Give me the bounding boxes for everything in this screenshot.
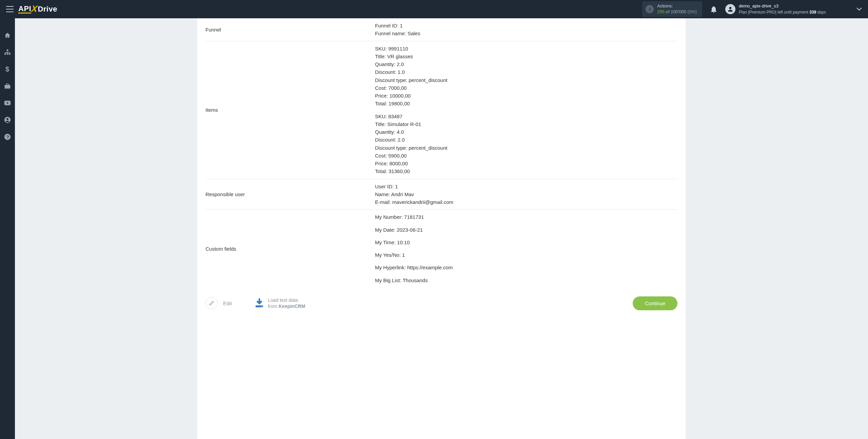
- svg-rect-3: [7, 53, 8, 55]
- info-icon: i: [646, 5, 654, 13]
- field-value: User ID: 1Name: Andri MavE-mail: maveric…: [375, 183, 677, 206]
- edit-button[interactable]: [205, 297, 218, 309]
- svg-rect-14: [262, 307, 263, 307]
- continue-button[interactable]: Continue: [633, 296, 677, 310]
- brand-part2: Drive: [38, 5, 57, 14]
- field-label: Custom fields: [205, 246, 368, 252]
- field-value: My Number: 7181731 My Date: 2023-06-21 M…: [375, 213, 677, 284]
- svg-rect-13: [261, 307, 262, 307]
- download-icon: [254, 298, 264, 308]
- youtube-icon[interactable]: [4, 100, 11, 106]
- row-items: Items SKU: 9991110Title: VR glassesQuant…: [205, 41, 677, 179]
- load-test-data[interactable]: Load test data from KeepinCRM: [254, 297, 305, 309]
- card-footer: Edit Load test data from KeepinCRM Conti…: [205, 288, 677, 310]
- row-funnel: Funnel Funnel ID: 1 Funnel name: Sales: [205, 18, 677, 41]
- briefcase-icon[interactable]: [4, 83, 11, 89]
- svg-text:?: ?: [6, 134, 9, 140]
- sidebar: $ ?: [0, 18, 15, 439]
- field-label: Funnel: [205, 27, 368, 33]
- home-icon[interactable]: [4, 32, 11, 39]
- svg-point-0: [729, 7, 732, 9]
- topbar: APIXDrive i Actions: 255 of 100'000 (0%)…: [0, 0, 868, 18]
- notifications-icon[interactable]: [710, 5, 717, 13]
- load-text: Load test data from KeepinCRM: [268, 297, 305, 309]
- brand-part1: API: [18, 5, 31, 14]
- field-value: SKU: 9991110Title: VR glassesQuantity: 2…: [375, 45, 677, 175]
- avatar-icon: [725, 4, 735, 14]
- field-label: Responsible user: [205, 191, 368, 197]
- field-value: Funnel ID: 1 Funnel name: Sales: [375, 22, 677, 38]
- dollar-icon[interactable]: $: [4, 66, 11, 72]
- brand-logo[interactable]: APIXDrive: [18, 5, 57, 14]
- sitemap-icon[interactable]: [4, 49, 11, 56]
- svg-rect-6: [5, 85, 11, 89]
- actions-counter[interactable]: i Actions: 255 of 100'000 (0%): [642, 1, 702, 17]
- svg-rect-2: [4, 53, 6, 55]
- brand-x-icon: X: [31, 4, 38, 14]
- chevron-down-icon[interactable]: [856, 7, 862, 11]
- field-label: Items: [205, 107, 368, 113]
- svg-text:$: $: [5, 66, 9, 72]
- menu-icon[interactable]: [6, 6, 14, 12]
- row-responsible: Responsible user User ID: 1Name: Andri M…: [205, 179, 677, 210]
- svg-point-9: [6, 118, 8, 120]
- content-card: Funnel Funnel ID: 1 Funnel name: Sales I…: [197, 18, 686, 439]
- user-menu[interactable]: demo_apix-drive_s3 Plan |Premium PRO| le…: [725, 3, 862, 15]
- svg-rect-1: [7, 49, 8, 51]
- svg-rect-4: [9, 53, 11, 55]
- edit-label[interactable]: Edit: [223, 300, 232, 306]
- actions-text: Actions: 255 of 100'000 (0%): [657, 3, 697, 15]
- user-text: demo_apix-drive_s3 Plan |Premium PRO| le…: [739, 3, 826, 15]
- help-icon[interactable]: ?: [4, 133, 11, 140]
- profile-icon[interactable]: [4, 117, 11, 123]
- row-custom: Custom fields My Number: 7181731 My Date…: [205, 210, 677, 288]
